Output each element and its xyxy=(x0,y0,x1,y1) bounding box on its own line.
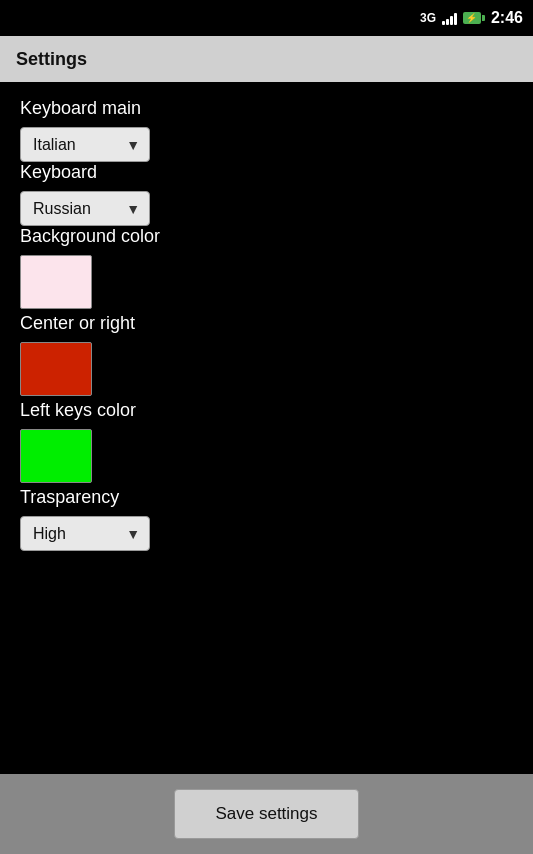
background-color-swatch[interactable] xyxy=(20,255,92,309)
battery-icon: ⚡ xyxy=(463,12,481,24)
keyboard-main-section: Keyboard main Italian Russian English Sp… xyxy=(20,98,513,162)
keyboard-main-dropdown[interactable]: Italian Russian English Spanish xyxy=(20,127,150,162)
settings-content: Keyboard main Italian Russian English Sp… xyxy=(0,82,533,774)
page-title: Settings xyxy=(16,49,87,70)
save-settings-button[interactable]: Save settings xyxy=(174,789,358,839)
background-color-label: Background color xyxy=(20,226,513,247)
status-time: 2:46 xyxy=(491,9,523,27)
background-color-section: Background color xyxy=(20,226,513,309)
transparency-dropdown[interactable]: High Medium Low xyxy=(20,516,150,551)
bottom-bar: Save settings xyxy=(0,774,533,854)
status-bar: 3G ⚡ 2:46 xyxy=(0,0,533,36)
keyboard-dropdown[interactable]: Russian Italian English Spanish xyxy=(20,191,150,226)
network-icon: 3G xyxy=(420,11,436,25)
keyboard-main-dropdown-wrapper: Italian Russian English Spanish ▼ xyxy=(20,127,150,162)
keyboard-dropdown-wrapper: Russian Italian English Spanish ▼ xyxy=(20,191,150,226)
keyboard-label: Keyboard xyxy=(20,162,513,183)
keyboard-section: Keyboard Russian Italian English Spanish… xyxy=(20,162,513,226)
left-keys-color-swatch[interactable] xyxy=(20,429,92,483)
center-or-right-color-swatch[interactable] xyxy=(20,342,92,396)
left-keys-color-label: Left keys color xyxy=(20,400,513,421)
left-keys-color-section: Left keys color xyxy=(20,400,513,483)
center-or-right-section: Center or right xyxy=(20,313,513,396)
keyboard-main-label: Keyboard main xyxy=(20,98,513,119)
transparency-section: Trasparency High Medium Low ▼ xyxy=(20,487,513,551)
center-or-right-label: Center or right xyxy=(20,313,513,334)
transparency-label: Trasparency xyxy=(20,487,513,508)
title-bar: Settings xyxy=(0,36,533,82)
transparency-dropdown-wrapper: High Medium Low ▼ xyxy=(20,516,150,551)
signal-icon xyxy=(442,11,457,25)
